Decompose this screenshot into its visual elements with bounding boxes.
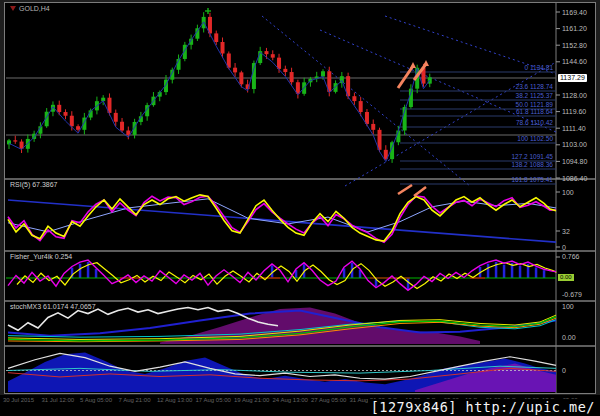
candle-body — [239, 72, 243, 84]
candle-body — [13, 140, 17, 141]
signal-arrow-head — [410, 62, 416, 68]
fisher-histogram-bar — [503, 265, 506, 278]
symbol-triangle-icon — [10, 6, 16, 11]
candle-body — [221, 42, 225, 53]
rsi-signal-arrow-icon — [414, 187, 426, 196]
mt4-chart-window: GOLD,H4 RSI(5) 67.3867 Fisher_Yur4ik 0.2… — [0, 0, 600, 416]
candle-body — [76, 126, 80, 130]
fisher-histogram-bar — [79, 264, 82, 278]
candle-body — [114, 113, 118, 122]
fib-level-label: 161.8 1075.41 — [511, 177, 553, 183]
fib-level-label: 0 1134.81 — [525, 65, 553, 71]
fisher-histogram-bar — [535, 267, 538, 278]
fib-level-label: 100 1102.50 — [517, 136, 553, 142]
fib-level-label: 61.8 1118.64 — [516, 109, 553, 115]
fib-level-label: 78.6 1110.42 — [516, 120, 553, 126]
time-axis[interactable] — [0, 395, 380, 409]
candle-body — [359, 101, 363, 112]
fisher-indicator-label: Fisher_Yur4ik 0.254 — [10, 253, 72, 260]
candle-body — [264, 51, 268, 54]
fisher-histogram-bar — [407, 278, 410, 289]
fisher-histogram-bar — [487, 264, 490, 278]
stoch-indicator-label: stochMX3 61.0174 47.0657 — [10, 303, 96, 310]
rsi-signal-arrow-icon — [398, 185, 412, 194]
candle-body — [283, 69, 287, 72]
candle-body — [290, 72, 294, 82]
candle-body — [133, 122, 137, 135]
candle-body — [70, 116, 74, 126]
candle-body — [352, 96, 356, 101]
fisher-histogram-bar — [95, 269, 98, 278]
candle-body — [321, 71, 325, 76]
chart-canvas[interactable] — [0, 0, 600, 416]
fib-level-label: 127.2 1091.45 — [511, 154, 553, 160]
fisher-signal-line — [17, 263, 556, 289]
ma-line — [9, 22, 430, 162]
fisher-histogram-bar — [543, 270, 546, 278]
candle-body — [120, 122, 124, 131]
symbol-period-label: GOLD,H4 — [10, 5, 50, 12]
candle-body — [57, 105, 61, 112]
candle-body — [371, 124, 375, 130]
rsi-indicator-label: RSI(5) 67.3867 — [10, 181, 57, 188]
candle-body — [233, 68, 237, 73]
watermark: [1279x846] http://upic.me/ — [368, 399, 598, 415]
candle-body — [214, 33, 218, 42]
dotted-trendline — [320, 30, 556, 132]
price-axis[interactable] — [556, 2, 597, 394]
fib-level-label: 38.2 1125.37 — [516, 93, 553, 99]
signal-arrow-head — [423, 60, 429, 66]
candle-body — [252, 63, 256, 89]
candle-body — [64, 112, 68, 116]
rsi-yellow-line — [8, 195, 556, 241]
fib-level-label: 138.2 1088.36 — [511, 162, 553, 168]
symbol-text: GOLD,H4 — [19, 5, 50, 12]
candle-body — [271, 54, 275, 57]
fisher-histogram-bar — [519, 266, 522, 278]
fib-level-label: 23.6 1128.74 — [516, 84, 553, 90]
